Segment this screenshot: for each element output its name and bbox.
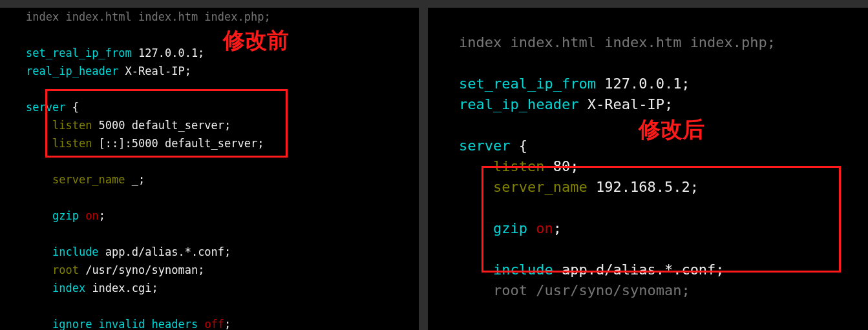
code-token: listen: [493, 158, 544, 174]
code-token: index: [459, 34, 502, 50]
code-token: include: [52, 245, 99, 258]
code-token: ignore_invalid_headers: [52, 318, 198, 330]
code-token: ;: [99, 209, 105, 222]
code-token: listen: [52, 137, 92, 150]
code-token: {: [510, 138, 527, 154]
code-token: listen: [52, 119, 92, 132]
code-token: 80;: [544, 158, 578, 174]
code-token: on: [536, 220, 553, 236]
code-token: real_ip_header: [26, 65, 118, 77]
code-token: [::]:5000 default_server;: [92, 137, 264, 150]
left-pane-before: index index.html index.htm index.php; se…: [0, 8, 419, 330]
code-token: index.html index.htm index.php;: [502, 34, 776, 50]
code-token: ;: [224, 318, 231, 330]
code-token: off: [204, 318, 224, 330]
code-token: 127.0.0.1;: [596, 76, 690, 92]
code-token: [527, 220, 536, 236]
code-token: set_real_ip_from: [26, 46, 132, 59]
code-token: X-Real-IP;: [118, 65, 191, 77]
code-token: X-Real-IP;: [578, 96, 673, 112]
code-token: on: [85, 209, 98, 222]
code-token: app.d/alias.*.conf;: [553, 262, 725, 278]
code-token: server_name: [493, 179, 587, 195]
code-token: _;: [125, 173, 145, 186]
code-token: [198, 318, 204, 330]
pane-divider: [419, 8, 428, 330]
code-token: index: [26, 10, 59, 23]
code-token: 192.168.5.2;: [587, 179, 699, 195]
code-block-after: index index.html index.htm index.php; se…: [428, 32, 868, 301]
code-token: index: [52, 282, 85, 294]
code-block-before: index index.html index.htm index.php; se…: [0, 8, 419, 330]
code-token: root: [52, 263, 79, 276]
code-token: server: [459, 138, 510, 154]
code-token: {: [65, 101, 78, 114]
code-token: index.html index.htm index.php;: [59, 10, 271, 23]
code-token: ;: [553, 220, 562, 236]
annotation-before-label: 修改前: [223, 26, 289, 56]
code-token: include: [493, 262, 553, 278]
code-token: app.d/alias.*.conf;: [99, 245, 231, 258]
code-token: [79, 209, 85, 222]
code-token: index.cgi;: [85, 282, 158, 294]
window-top-bar: [0, 0, 868, 8]
code-token: set_real_ip_from: [459, 76, 596, 92]
code-token: gzip: [52, 209, 79, 222]
annotation-after-label: 修改后: [639, 115, 704, 145]
right-pane-after: index index.html index.htm index.php; se…: [428, 8, 868, 330]
code-token: 5000 default_server;: [92, 119, 231, 132]
code-token: gzip: [493, 220, 527, 236]
code-token: /usr/syno/synoman;: [79, 263, 204, 276]
code-token: 127.0.0.1;: [132, 46, 205, 59]
comparison-panes: index index.html index.htm index.php; se…: [0, 8, 868, 330]
code-token: server_name: [52, 173, 125, 186]
code-token: server: [26, 101, 65, 114]
code-token: real_ip_header: [459, 96, 578, 112]
code-token: root /usr/syno/synoman;: [493, 282, 690, 298]
